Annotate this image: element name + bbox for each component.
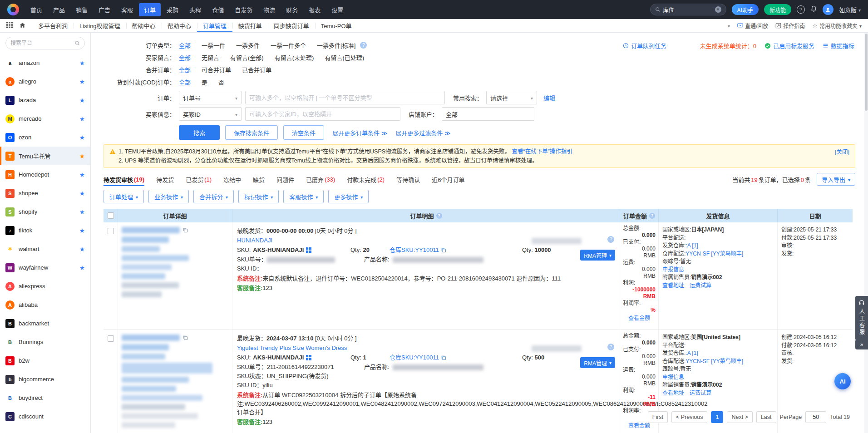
favorite-star-icon[interactable]: [79, 97, 85, 104]
home-icon[interactable]: [19, 22, 26, 30]
platform-item[interactable]: M mercado: [0, 109, 90, 128]
favorite-star-icon[interactable]: [79, 190, 85, 197]
favorite-star-icon[interactable]: [79, 134, 85, 141]
scrollbar[interactable]: [864, 33, 868, 433]
platform-item[interactable]: ♪ tiktok: [0, 221, 90, 240]
buyer-id-input[interactable]: [245, 107, 400, 121]
copy-icon[interactable]: [182, 227, 188, 233]
warehouse-link[interactable]: :A [1]: [686, 350, 698, 356]
status-tab[interactable]: 已废弃 (33): [306, 172, 335, 186]
clear-conditions-button[interactable]: 清空条件: [283, 125, 324, 140]
version-menu[interactable]: 如意版: [839, 5, 861, 14]
user-avatar[interactable]: [823, 4, 833, 15]
warehouse-link[interactable]: :A [1]: [686, 242, 698, 249]
more-order-conditions-link[interactable]: 展开更多订单条件 ≫: [332, 128, 387, 137]
apps-grid-icon[interactable]: [6, 22, 13, 30]
view-amount-link[interactable]: 查看金额: [623, 315, 656, 322]
unsynced-stat-link[interactable]: 未生成系统单统计：0: [700, 41, 756, 50]
platform-item[interactable]: A alibaba: [0, 295, 90, 314]
filter-option[interactable]: 全部: [179, 78, 191, 86]
ai-assistant-button[interactable]: AI助手: [732, 4, 759, 15]
filter-option[interactable]: 否: [218, 78, 224, 86]
buyer-type-select[interactable]: 买家ID: [179, 107, 242, 121]
sku-grid-icon[interactable]: [306, 247, 311, 253]
live-replay-link[interactable]: 直通/回放: [737, 22, 768, 30]
workspace-tab[interactable]: 帮助中心: [126, 19, 162, 32]
topnav-item[interactable]: 自发货: [230, 3, 257, 16]
topnav-item[interactable]: 产品: [48, 3, 70, 16]
platform-item[interactable]: a amazon: [0, 54, 90, 72]
topnav-item[interactable]: 设置: [326, 3, 348, 16]
status-tab[interactable]: 缺货: [253, 172, 265, 186]
platform-search[interactable]: [5, 37, 85, 49]
view-address-link[interactable]: 查看地址: [662, 389, 684, 398]
flag-service-link[interactable]: 已启用标发服务: [764, 41, 814, 50]
warehouse-sku-link[interactable]: 仓库SKU:YY10011: [390, 353, 439, 363]
more-filter-conditions-link[interactable]: 展开更多过滤条件 ≫: [395, 128, 450, 137]
online-order-guide-link[interactable]: 查看“在线下单”操作指引: [512, 148, 572, 155]
favorite-star-icon[interactable]: [79, 171, 85, 178]
platform-item[interactable]: W wayfairnew: [0, 258, 90, 277]
collapse-panel-button[interactable]: »: [855, 340, 868, 349]
favorite-star-icon[interactable]: [79, 208, 85, 216]
order-number-input[interactable]: [245, 91, 445, 104]
order-type-select[interactable]: 订单号: [179, 91, 242, 104]
help-icon[interactable]: [649, 213, 655, 219]
import-export-button[interactable]: 导入导出: [817, 173, 855, 186]
workspace-tab[interactable]: 订单管理: [197, 19, 232, 32]
platform-item[interactable]: b bigcommerce: [0, 370, 90, 389]
filter-option[interactable]: 全部: [179, 53, 191, 62]
topnav-item[interactable]: 财务: [281, 3, 303, 16]
search-button[interactable]: 搜索: [179, 125, 220, 140]
platform-item[interactable]: B buydirect: [0, 389, 90, 407]
platform-item[interactable]: a allegro: [0, 72, 90, 91]
freight-calc-link[interactable]: 运费试算: [690, 389, 711, 398]
scrollbar-thumb[interactable]: [865, 34, 868, 111]
platform-item[interactable]: T Temu半托管: [0, 147, 90, 165]
top-search-input[interactable]: 库位: [650, 4, 726, 15]
human-service-tab[interactable]: 人工客服: [855, 296, 868, 340]
workspace-tab[interactable]: Temu-PO单: [315, 19, 358, 32]
new-feature-button[interactable]: 新功能: [764, 4, 791, 15]
filter-option[interactable]: 无留言: [202, 53, 219, 62]
operation-guide-link[interactable]: 操作指南: [775, 22, 805, 30]
filter-option[interactable]: 全部: [179, 65, 191, 74]
save-search-button[interactable]: 保存搜索条件: [225, 125, 278, 140]
workspace-tab[interactable]: Listing权限管理: [74, 19, 126, 32]
app-logo[interactable]: [7, 4, 19, 15]
status-tab[interactable]: 待发货审核 (19): [104, 172, 144, 186]
warehouse-delivery-link[interactable]: YYCN-SF [YY菜鸟顺丰]: [686, 251, 743, 257]
copy-icon[interactable]: [441, 355, 446, 360]
platform-item[interactable]: L lazada: [0, 91, 90, 109]
workspace-tab[interactable]: 缺货打单: [232, 19, 268, 32]
filter-option[interactable]: 一票多件: [236, 41, 260, 49]
help-icon[interactable]: [607, 236, 614, 243]
batch-action-button[interactable]: 客服操作: [283, 190, 324, 203]
close-notice-link[interactable]: [关闭]: [835, 147, 849, 156]
favorite-star-icon[interactable]: [79, 115, 85, 123]
topnav-item[interactable]: 物流: [258, 3, 280, 16]
platform-item[interactable]: A aliexpress: [0, 277, 90, 295]
view-amount-link[interactable]: 查看金额: [623, 423, 656, 429]
edit-common-search-link[interactable]: 编辑: [543, 93, 555, 102]
favorite-star-icon[interactable]: [79, 246, 85, 253]
ai-fab-button[interactable]: AI: [834, 373, 851, 389]
workspace-tab[interactable]: 帮助中心: [162, 19, 197, 32]
filter-option[interactable]: 全部: [179, 41, 191, 49]
platform-search-input[interactable]: [10, 40, 72, 46]
platform-item[interactable]: S shopify: [0, 202, 90, 221]
prev-page-button[interactable]: < Previous: [671, 411, 707, 423]
batch-action-button[interactable]: 合并拆分: [193, 190, 234, 203]
filter-option[interactable]: 可合并订单: [202, 65, 231, 74]
order-queue-task-link[interactable]: 订单队列任务: [623, 41, 666, 50]
row-checkbox[interactable]: [108, 335, 114, 342]
topnav-item[interactable]: 采购: [162, 3, 183, 16]
rma-button[interactable]: RMA管理: [580, 357, 615, 368]
topnav-item[interactable]: 广告: [94, 3, 115, 16]
batch-action-button[interactable]: 标记操作: [238, 190, 279, 203]
copy-icon[interactable]: [182, 335, 188, 340]
workspace-tab[interactable]: 多平台利润: [32, 19, 74, 32]
topnav-item[interactable]: 客服: [116, 3, 138, 16]
status-tab[interactable]: 冻结中: [223, 172, 241, 186]
product-title-link[interactable]: HUNIANDAJI: [237, 237, 272, 244]
